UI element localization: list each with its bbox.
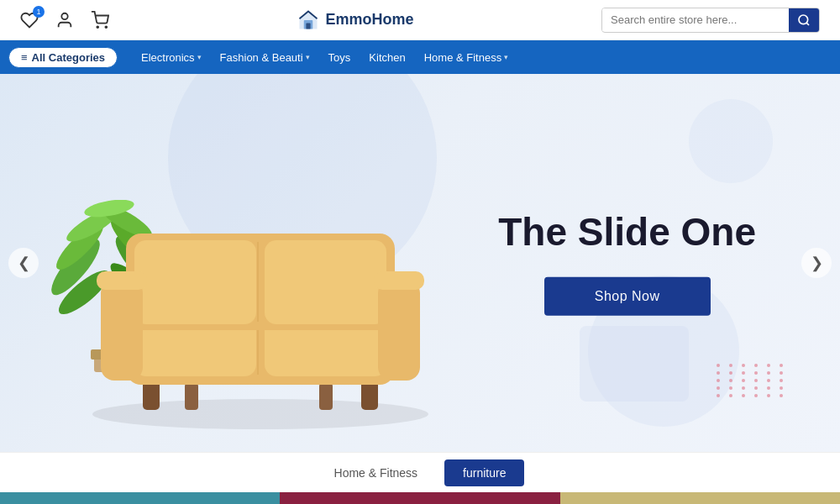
user-button[interactable] — [55, 11, 74, 29]
card-gold[interactable] — [560, 492, 840, 504]
top-bar: 1 EmmoHome — [0, 0, 840, 40]
svg-rect-32 — [101, 280, 143, 381]
svg-rect-30 — [265, 240, 386, 324]
nav-fashion[interactable]: Fashion & Beauti ▾ — [213, 48, 317, 67]
svg-rect-34 — [97, 271, 147, 290]
tab-home-fitness[interactable]: Home & Fitness — [316, 459, 437, 486]
svg-rect-23 — [319, 383, 333, 410]
sofa-image — [50, 82, 470, 435]
shop-now-button[interactable]: Shop Now — [544, 276, 711, 315]
nav-links: Electronics ▾ Fashion & Beauti ▾ Toys Ki… — [134, 48, 840, 67]
all-categories-button[interactable]: ≡ All Categories — [8, 47, 118, 68]
card-red[interactable] — [280, 492, 559, 504]
hero-slider: // dots rendered below — [0, 74, 840, 452]
chevron-down-icon: ▾ — [197, 53, 202, 61]
svg-rect-4 — [307, 23, 311, 29]
prev-slide-button[interactable]: ❮ — [8, 248, 39, 278]
wishlist-button[interactable]: 1 — [20, 11, 39, 29]
all-categories-label: All Categories — [32, 51, 105, 64]
svg-point-0 — [61, 13, 67, 18]
svg-rect-29 — [134, 240, 256, 324]
svg-point-1 — [97, 26, 98, 28]
search-input[interactable] — [602, 8, 789, 31]
svg-rect-35 — [374, 271, 424, 290]
category-tabs: Home & Fitness furniture — [0, 452, 840, 492]
nav-toys[interactable]: Toys — [322, 48, 358, 67]
svg-point-5 — [799, 15, 808, 24]
product-cards-strip — [0, 492, 840, 504]
right-arrow-icon: ❯ — [811, 254, 823, 272]
nav-kitchen[interactable]: Kitchen — [362, 48, 412, 67]
search-button[interactable] — [789, 8, 819, 32]
nav-bar: ≡ All Categories Electronics ▾ Fashion &… — [0, 40, 840, 74]
svg-rect-33 — [378, 280, 420, 381]
hero-text-area: The Slide One Shop Now — [498, 211, 756, 316]
left-arrow-icon: ❮ — [18, 254, 30, 272]
next-slide-button[interactable]: ❯ — [801, 248, 832, 278]
deco-circle-3 — [689, 99, 773, 183]
svg-point-2 — [105, 26, 107, 28]
cart-button[interactable] — [91, 11, 109, 29]
hero-title: The Slide One — [498, 211, 756, 254]
menu-icon: ≡ — [21, 51, 28, 64]
dot-grid-decoration: // Will be injected by JS below — [717, 364, 788, 397]
svg-line-6 — [806, 23, 809, 25]
logo-text: EmmoHome — [325, 11, 413, 29]
chevron-down-icon: ▾ — [306, 53, 310, 61]
wishlist-badge: 1 — [33, 6, 45, 18]
header-icons: 1 — [20, 11, 109, 29]
search-box — [601, 8, 820, 33]
logo[interactable]: EmmoHome — [297, 8, 413, 32]
card-teal[interactable] — [0, 492, 280, 504]
nav-home-fitness[interactable]: Home & Fitness ▾ — [417, 48, 515, 67]
nav-electronics[interactable]: Electronics ▾ — [134, 48, 208, 67]
tab-furniture[interactable]: furniture — [444, 459, 524, 486]
chevron-down-icon: ▾ — [504, 53, 508, 61]
deco-rect-1 — [580, 326, 689, 402]
svg-rect-22 — [185, 383, 198, 410]
